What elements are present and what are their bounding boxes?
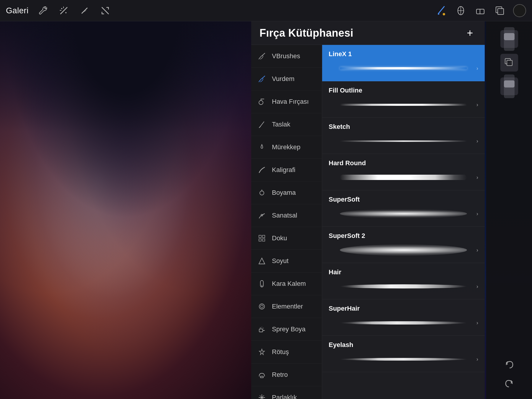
brush-name-eyelash: Eyelash [329,341,478,349]
sidebar-item-vurdem[interactable]: Vurdem [251,68,322,90]
brush-chevron-supersoft: › [476,211,478,217]
sidebar-item-parlaklik[interactable]: Parlaklık [251,386,322,399]
brush-tool-button[interactable] [435,4,447,17]
category-icon-retro [257,370,267,379]
brush-chevron-linex1: › [476,65,478,72]
brush-chevron-supersoft2: › [476,247,478,253]
brush-name-supersoft2: SuperSoft 2 [329,232,478,240]
layers-button[interactable] [494,4,506,17]
toolbar-right [435,4,526,17]
brush-preview-supersoft: › [329,206,478,221]
sidebar-item-soyut[interactable]: Soyut [251,250,322,273]
sidebar-item-taslak[interactable]: Taslak [251,113,322,136]
brush-name-superhair: SuperHair [329,305,478,312]
sidebar-item-kara-kalem[interactable]: Kara Kalem [251,273,322,295]
brush-name-hard-round: Hard Round [329,159,478,167]
sidebar-item-elementler[interactable]: Elementler [251,295,322,318]
undo-button[interactable] [503,358,516,371]
brush-item-superhair[interactable]: SuperHair › [322,299,485,336]
right-slider-2[interactable] [500,77,518,95]
gallery-button[interactable]: Galeri [6,6,29,15]
category-label-rotus: Rötuş [272,348,289,356]
brush-preview-fill-outline: › [329,97,478,112]
svg-point-7 [443,13,445,15]
brush-item-hard-round[interactable]: Hard Round › [322,154,485,190]
category-label-vurdem: Vurdem [272,75,294,83]
brush-chevron-fill-outline: › [476,102,478,108]
category-label-taslak: Taslak [272,121,290,128]
brush-preview-linex1: › [329,61,478,76]
right-slider-1[interactable] [500,30,518,48]
sidebar-item-hava-fircasi[interactable]: Hava Fırçası [251,90,322,113]
brush-chevron-sketch: › [476,138,478,144]
brush-name-fill-outline: Fill Outline [329,87,478,94]
brush-item-linex1[interactable]: LineX 1 › [322,45,485,81]
sidebar-item-boyama[interactable]: Boyama [251,181,322,204]
svg-marker-27 [259,258,265,264]
category-label-retro: Retro [272,371,288,379]
category-label-hava-fircasi: Hava Fırçası [272,98,309,106]
redo-button[interactable] [503,377,516,390]
svg-line-6 [438,7,444,14]
brush-preview-sketch: › [329,134,478,148]
smudge-icon[interactable] [78,4,91,17]
wrench-icon[interactable] [37,4,49,17]
sidebar-item-sanatsal[interactable]: Sanatsal [251,204,322,227]
brush-panel: VBrushes Vurdem Hava Fırçası Taslak Müre… [251,45,485,399]
svg-line-19 [259,126,260,128]
svg-marker-36 [259,349,265,355]
category-icon-elementler [257,302,267,311]
category-icon-vurdem [257,74,267,84]
svg-point-2 [65,12,66,13]
sidebar-item-murekkep[interactable]: Mürekkep [251,136,322,159]
eraser-tool-button[interactable] [474,4,486,17]
smudge-tool-button[interactable] [455,4,467,17]
color-swatch[interactable] [513,4,526,17]
category-label-murekkep: Mürekkep [272,143,301,151]
category-icon-taslak [257,120,267,129]
brush-item-supersoft[interactable]: SuperSoft › [322,190,485,227]
category-label-sanatsal: Sanatsal [272,212,297,219]
brush-item-fill-outline[interactable]: Fill Outline › [322,81,485,118]
category-icon-rotus [257,347,267,357]
category-icon-vbrushes [257,51,267,61]
category-icon-murekkep [257,142,267,152]
brush-preview-hair: › [329,279,478,294]
category-icon-sanatsal [257,211,267,220]
svg-point-33 [260,327,261,328]
sidebar-item-kaligrafi[interactable]: Kaligrafi [251,159,322,181]
category-icon-parlaklik [257,393,267,399]
sidebar-item-doku[interactable]: Doku [251,227,322,250]
sidebar-item-sprey-boya[interactable]: Sprey Boya [251,318,322,341]
svg-point-1 [61,8,62,9]
category-icon-hava-fircasi [257,97,267,106]
sidebar-item-retro[interactable]: Retro [251,364,322,386]
svg-rect-14 [498,9,504,14]
svg-point-15 [259,100,263,105]
category-list: VBrushes Vurdem Hava Fırçası Taslak Müre… [251,45,322,399]
transform-icon[interactable] [99,4,111,17]
category-label-vbrushes: VBrushes [272,52,300,60]
svg-point-35 [263,328,264,329]
add-brush-button[interactable]: + [463,27,476,40]
brush-item-hair[interactable]: Hair › [322,263,485,299]
svg-point-30 [259,304,265,309]
brush-chevron-superhair: › [476,320,478,326]
brush-item-supersoft2[interactable]: SuperSoft 2 › [322,227,485,263]
brush-name-hair: Hair [329,268,478,276]
magic-wand-icon[interactable] [58,4,70,17]
layers-panel-button[interactable] [500,54,518,72]
brush-chevron-hair: › [476,283,478,290]
category-label-kaligrafi: Kaligrafi [272,166,295,174]
category-label-doku: Doku [272,234,287,242]
svg-rect-31 [259,329,263,332]
brush-library-header: Fırça Kütüphanesi + [251,21,485,45]
brush-item-eyelash[interactable]: Eyelash › [322,336,485,372]
sidebar-item-vbrushes[interactable]: VBrushes [251,45,322,68]
svg-point-20 [260,191,264,195]
sidebar-item-rotus[interactable]: Rötuş [251,341,322,364]
category-icon-kara-kalem [257,279,267,288]
brush-preview-supersoft2: › [329,243,478,257]
brush-item-sketch[interactable]: Sketch › [322,118,485,154]
brush-chevron-hard-round: › [476,174,478,181]
